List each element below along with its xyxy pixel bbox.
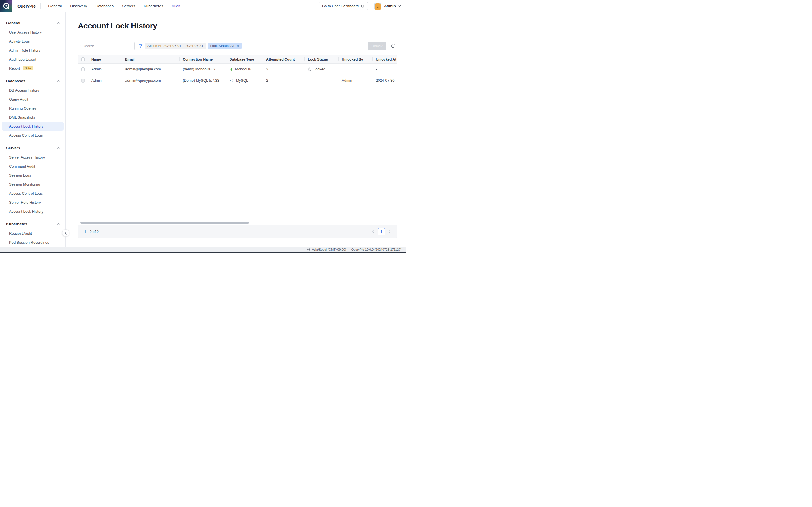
- cell-value: 2024-07-30: [376, 78, 395, 82]
- topnav-item-servers[interactable]: Servers: [118, 0, 140, 12]
- column-header-unlocked-by: Unlocked By: [338, 55, 372, 63]
- sidebar-item-session-monitoring[interactable]: Session Monitoring: [0, 180, 65, 189]
- sidebar-item-label: DML Snapshots: [9, 115, 35, 119]
- sidebar-item-label: Access Control Logs: [9, 191, 43, 195]
- column-header-connection-name: Connection Name: [179, 55, 226, 63]
- sidebar-collapse-button[interactable]: [62, 229, 69, 237]
- cell-unlocked-at: 2024-07-30: [372, 78, 397, 82]
- row-checkbox[interactable]: [82, 67, 85, 71]
- filter-bar[interactable]: Action At: 2024-07-01 ~ 2024-07-31 Lock …: [136, 42, 249, 50]
- topnav-item-label: Databases: [96, 4, 114, 8]
- sidebar-item-access-control-logs[interactable]: Access Control Logs: [0, 189, 65, 198]
- filter-chip-action-at[interactable]: Action At: 2024-07-01 ~ 2024-07-31: [145, 43, 206, 49]
- column-header-email: Email: [122, 55, 179, 63]
- sidebar-item-audit-log-export[interactable]: Audit Log Export: [0, 55, 65, 64]
- filter-chip-lock-status-label: Lock Status: All: [210, 44, 234, 48]
- db-type-label: MongoDB: [235, 67, 252, 71]
- pagination-bar: 1 - 2 of 2 1: [78, 225, 397, 238]
- cell-value: Admin: [342, 78, 352, 82]
- cell-name: Admin: [88, 78, 122, 82]
- topnav-item-audit[interactable]: Audit: [167, 0, 185, 12]
- cell-attempted: 3: [263, 67, 305, 71]
- sidebar-item-admin-role-history[interactable]: Admin Role History: [0, 46, 65, 55]
- topnav-item-label: Servers: [122, 4, 135, 8]
- topnav-item-kubernetes[interactable]: Kubernetes: [140, 0, 167, 12]
- globe-icon: [307, 248, 310, 251]
- page-number[interactable]: 1: [378, 228, 385, 235]
- querypie-logo-icon: [3, 3, 10, 10]
- column-header-unlocked-at: Unlocked At: [372, 55, 397, 63]
- timezone[interactable]: Asia/Seoul (GMT+09:00): [307, 248, 346, 251]
- topnav-item-general[interactable]: General: [44, 0, 66, 12]
- topbar-right: Go to User Dashboard Admin: [319, 2, 406, 10]
- topnav-divider: [40, 3, 41, 9]
- sidebar-item-label: Command Audit: [9, 164, 35, 168]
- sidebar-item-command-audit[interactable]: Command Audit: [0, 162, 65, 171]
- querypie-logo[interactable]: [0, 0, 12, 12]
- sidebar-item-query-audit[interactable]: Query Audit: [0, 95, 65, 104]
- sidebar-item-db-access-history[interactable]: DB Access History: [0, 86, 65, 95]
- sidebar-item-access-control-logs[interactable]: Access Control Logs: [0, 131, 65, 140]
- table-row[interactable]: Adminadmin@querypie.com(Demo) MySQL 5.7.…: [78, 75, 397, 86]
- sidebar-section-title: General: [6, 21, 20, 25]
- sidebar-item-activity-logs[interactable]: Activity Logs: [0, 37, 65, 46]
- chevron-left-icon: [65, 231, 67, 235]
- topnav-item-discovery[interactable]: Discovery: [66, 0, 91, 12]
- sidebar-section-header-servers[interactable]: Servers: [0, 143, 65, 153]
- cell-value: (demo) MongoDB S...: [183, 67, 218, 71]
- go-to-user-dashboard-button[interactable]: Go to User Dashboard: [319, 2, 368, 10]
- external-link-icon: [361, 4, 364, 8]
- select-all-checkbox[interactable]: [82, 57, 85, 61]
- user-name: Admin: [384, 4, 396, 8]
- sidebar-item-report[interactable]: ReportBeta: [0, 64, 65, 73]
- sidebar-section-header-kubernetes[interactable]: Kubernetes: [0, 219, 65, 229]
- sidebar-item-account-lock-history[interactable]: Account Lock History: [0, 207, 65, 216]
- dashboard-button-label: Go to User Dashboard: [322, 4, 359, 8]
- table-row[interactable]: Adminadmin@querypie.com(demo) MongoDB S.…: [78, 64, 397, 75]
- app: QueryPie GeneralDiscoveryDatabasesServer…: [0, 0, 406, 253]
- mongodb-icon: [230, 67, 233, 71]
- remove-filter-icon[interactable]: ✕: [236, 44, 239, 48]
- sidebar-item-label: Server Role History: [9, 200, 41, 205]
- sidebar-item-dml-snapshots[interactable]: DML Snapshots: [0, 113, 65, 122]
- user-menu[interactable]: Admin: [374, 3, 401, 10]
- search-input[interactable]: [83, 44, 132, 48]
- table: NameEmailConnection NameDatabase TypeAtt…: [78, 55, 397, 238]
- row-checkbox-cell: [78, 67, 88, 71]
- avatar: [374, 3, 382, 10]
- sidebar-item-user-access-history[interactable]: User Access History: [0, 27, 65, 37]
- pagination-controls: 1: [372, 228, 391, 235]
- chevron-left-icon: [372, 230, 374, 233]
- cell-connection: (Demo) MySQL 5.7.33: [179, 78, 226, 82]
- column-header-lock-status: Lock Status: [305, 55, 338, 63]
- chevron-down-icon: [398, 5, 401, 7]
- sidebar-item-running-queries[interactable]: Running Queries: [0, 104, 65, 113]
- brand-name: QueryPie: [17, 4, 36, 8]
- cell-attempted: 2: [263, 78, 305, 82]
- search-box: [78, 42, 135, 50]
- unlock-button[interactable]: Unlock: [368, 42, 386, 50]
- shield-icon: [308, 67, 312, 71]
- cell-value: Admin: [91, 67, 102, 71]
- cell-value: admin@querypie.com: [125, 67, 161, 71]
- sidebar-item-account-lock-history[interactable]: Account Lock History: [2, 122, 64, 131]
- sidebar-section-header-databases[interactable]: Databases: [0, 76, 65, 86]
- sidebar-item-request-audit[interactable]: Request Audit: [0, 229, 65, 238]
- cell-name: Admin: [88, 67, 122, 71]
- sidebar-section-header-general[interactable]: General: [0, 18, 65, 27]
- filter-chip-lock-status[interactable]: Lock Status: All ✕: [208, 43, 241, 49]
- sidebar-section-title: Servers: [6, 146, 20, 150]
- sidebar-item-session-logs[interactable]: Session Logs: [0, 171, 65, 180]
- horizontal-scrollbar[interactable]: [80, 222, 249, 224]
- filter-chip-action-at-label: Action At: 2024-07-01 ~ 2024-07-31: [147, 44, 203, 48]
- column-header-attempted-count: Attempted Count: [263, 55, 305, 63]
- next-page-button[interactable]: [389, 230, 391, 233]
- topnav-item-databases[interactable]: Databases: [91, 0, 118, 12]
- chevron-up-icon: [57, 22, 60, 24]
- sidebar-item-pod-session-recordings[interactable]: Pod Session Recordings: [0, 238, 65, 247]
- refresh-button[interactable]: [389, 42, 397, 50]
- prev-page-button[interactable]: [372, 230, 374, 233]
- sidebar-item-server-access-history[interactable]: Server Access History: [0, 153, 65, 162]
- chevron-up-icon: [57, 223, 60, 225]
- sidebar-item-server-role-history[interactable]: Server Role History: [0, 198, 65, 207]
